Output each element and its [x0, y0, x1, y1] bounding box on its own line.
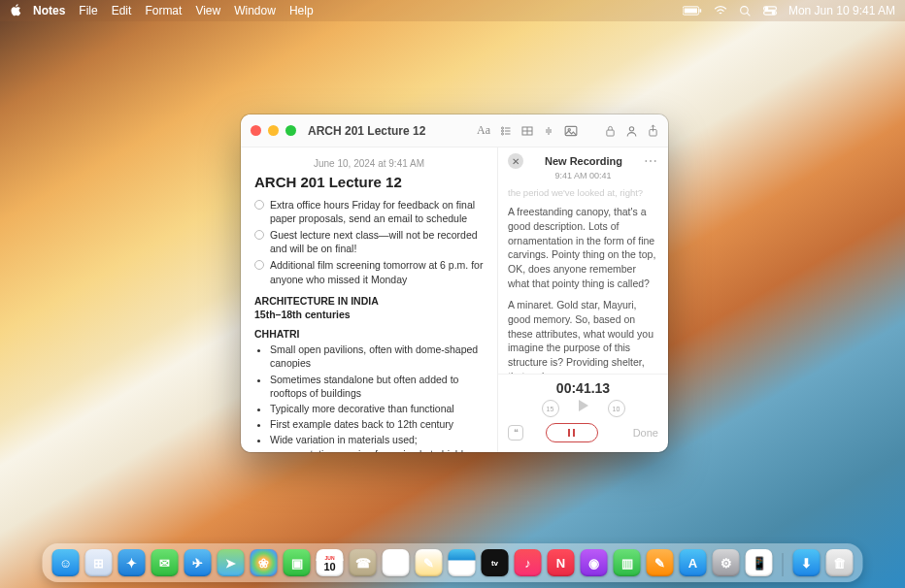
skip-forward-button[interactable]: 10: [608, 400, 625, 417]
checkbox-icon[interactable]: [254, 230, 264, 240]
dock-app-notes[interactable]: ✎: [416, 549, 443, 576]
note-timestamp: June 10, 2024 at 9:41 AM: [254, 157, 484, 171]
dock-app-news[interactable]: N: [548, 549, 575, 576]
checkbox-icon[interactable]: [254, 200, 264, 210]
transcript-paragraph: A minaret. Gold star, Mayuri, good memor…: [508, 298, 658, 374]
svg-rect-1: [685, 9, 697, 14]
wifi-icon[interactable]: [714, 5, 727, 16]
recording-panel: ✕ New Recording ⋯ 9:41 AM 00:41 the peri…: [497, 147, 668, 452]
zoom-button[interactable]: [285, 125, 296, 136]
apple-menu-icon[interactable]: [10, 3, 23, 19]
done-button[interactable]: Done: [633, 427, 658, 439]
topic-heading: CHHATRI: [254, 327, 484, 341]
menu-edit[interactable]: Edit: [112, 4, 132, 17]
checklist: Extra office hours Friday for feedback o…: [254, 198, 484, 286]
dock-app-facetime[interactable]: ▣: [284, 549, 311, 576]
recording-subtitle: 9:41 AM 00:41: [498, 171, 668, 180]
dock-separator: [783, 553, 784, 576]
svg-point-6: [765, 7, 768, 10]
quote-icon[interactable]: ❝: [508, 425, 523, 441]
control-center-icon[interactable]: [763, 6, 777, 16]
bullet-list: Small open pavilions, often with dome-sh…: [254, 343, 484, 452]
dock-app-downloads[interactable]: ⬇: [793, 549, 821, 576]
bullet-item: First example dates back to 12th century: [270, 417, 484, 431]
dock-app-music[interactable]: ♪: [515, 549, 542, 576]
note-title: ARCH 201 Lecture 12: [254, 173, 484, 192]
photos-icon[interactable]: [564, 123, 578, 138]
checklist-item[interactable]: Additional film screening tomorrow at 6 …: [254, 258, 484, 285]
dock-app-tv[interactable]: tv: [482, 549, 509, 576]
svg-rect-2: [699, 9, 701, 12]
transcript[interactable]: the period we've looked at, right? A fre…: [498, 186, 668, 374]
lock-icon[interactable]: [605, 123, 616, 138]
bullet-item: Wide variation in materials used; orname…: [270, 433, 484, 452]
menu-window[interactable]: Window: [234, 4, 276, 17]
close-button[interactable]: [251, 125, 261, 136]
dock-app-iphone[interactable]: 📱: [746, 549, 773, 576]
bullet-item: Sometimes standalone but often added to …: [270, 373, 484, 400]
dock-app-appstore[interactable]: A: [680, 549, 707, 576]
checkbox-icon[interactable]: [254, 260, 264, 270]
skip-back-button[interactable]: 15: [542, 400, 559, 417]
dock-app-reminders[interactable]: ≡: [383, 549, 410, 576]
minimize-button[interactable]: [268, 125, 279, 136]
close-panel-button[interactable]: ✕: [508, 153, 523, 169]
menubar-menus: Notes File Edit Format View Window Help: [33, 4, 314, 17]
dock-app-maps[interactable]: ➤: [218, 549, 245, 576]
svg-point-3: [741, 6, 749, 14]
dock-app-finder[interactable]: ☺: [52, 549, 80, 576]
more-options-icon[interactable]: ⋯: [644, 153, 658, 169]
dock-app-settings[interactable]: ⚙: [713, 549, 740, 576]
dock-app-launchpad[interactable]: ⊞: [85, 549, 113, 576]
text-style-icon[interactable]: Aa: [477, 123, 490, 138]
dock-app-messages[interactable]: ✉: [151, 549, 179, 576]
dock-app-calendar[interactable]: JUN10: [317, 549, 344, 576]
menu-help[interactable]: Help: [289, 4, 314, 17]
window-controls: [251, 125, 296, 136]
dock-app-numbers[interactable]: ▥: [614, 549, 641, 576]
dock-app-pages[interactable]: ✎: [647, 549, 674, 576]
play-icon[interactable]: [579, 400, 588, 411]
dock-app-trash[interactable]: 🗑: [826, 549, 854, 576]
dock-app-safari[interactable]: ✦: [118, 549, 146, 576]
dock-app-contacts[interactable]: ☎: [350, 549, 377, 576]
menu-file[interactable]: File: [79, 4, 97, 17]
search-icon[interactable]: [739, 5, 752, 17]
dock-app-podcasts[interactable]: ◉: [581, 549, 608, 576]
dock: ☺⊞✦✉✈➤❀▣JUN10☎≡✎〰tv♪N◉▥✎A⚙📱⬇🗑: [43, 543, 863, 582]
svg-point-15: [629, 126, 633, 130]
menu-view[interactable]: View: [195, 4, 220, 17]
dock-app-freeform[interactable]: 〰: [449, 549, 476, 576]
app-menu[interactable]: Notes: [33, 4, 65, 17]
audio-icon[interactable]: [543, 123, 554, 138]
checklist-item[interactable]: Extra office hours Friday for feedback o…: [254, 198, 484, 225]
menubar-datetime[interactable]: Mon Jun 10 9:41 AM: [788, 4, 895, 17]
window-title: ARCH 201 Lecture 12: [308, 124, 425, 138]
svg-point-8: [502, 127, 504, 129]
battery-icon[interactable]: [683, 6, 702, 16]
svg-point-10: [502, 133, 504, 135]
section-subheading: 15th–18th centuries: [254, 308, 484, 321]
table-icon[interactable]: [521, 123, 533, 138]
toolbar: Aa: [477, 123, 658, 138]
bullet-item: Small open pavilions, often with dome-sh…: [270, 343, 484, 370]
share-icon[interactable]: [648, 123, 658, 138]
svg-rect-14: [607, 130, 614, 136]
recording-controls: 00:41.13 15 10 ❝ Done: [498, 374, 668, 452]
menubar: Notes File Edit Format View Window Help …: [0, 0, 905, 21]
dock-app-mail[interactable]: ✈: [184, 549, 212, 576]
notes-window: ARCH 201 Lecture 12 Aa June 10, 2024 at …: [241, 114, 668, 452]
section-heading: ARCHITECTURE IN INDIA: [254, 294, 484, 308]
note-body[interactable]: June 10, 2024 at 9:41 AM ARCH 201 Lectur…: [241, 147, 497, 452]
menu-format[interactable]: Format: [145, 4, 182, 17]
checklist-item[interactable]: Guest lecture next class—will not be rec…: [254, 228, 484, 255]
checklist-icon[interactable]: [500, 123, 512, 138]
titlebar[interactable]: ARCH 201 Lecture 12 Aa: [241, 114, 668, 147]
status-area: Mon Jun 10 9:41 AM: [683, 4, 895, 17]
pause-button[interactable]: [546, 423, 598, 442]
svg-point-7: [772, 12, 775, 15]
recording-title: New Recording: [523, 155, 644, 167]
dock-app-photos[interactable]: ❀: [251, 549, 278, 576]
collab-icon[interactable]: [625, 123, 638, 138]
transcript-faded: the period we've looked at, right?: [508, 186, 658, 199]
